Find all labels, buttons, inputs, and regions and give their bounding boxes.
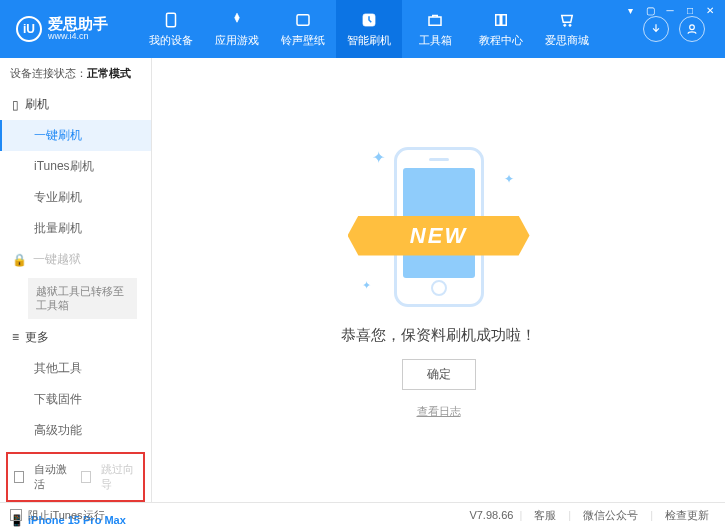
sidebar-label: 一键越狱 (33, 251, 81, 268)
logo-icon: iU (16, 16, 42, 42)
svg-rect-3 (429, 17, 441, 25)
sidebar-download-firmware[interactable]: 下载固件 (0, 384, 151, 415)
wechat-link[interactable]: 微信公众号 (577, 508, 644, 523)
skin-icon[interactable]: ▢ (641, 3, 659, 17)
new-ribbon: NEW (348, 216, 530, 256)
success-message: 恭喜您，保资料刷机成功啦！ (341, 326, 536, 345)
auto-activate-label: 自动激活 (34, 462, 70, 492)
view-log-link[interactable]: 查看日志 (417, 404, 461, 419)
sparkle-icon: ✦ (362, 279, 371, 292)
svg-point-4 (564, 24, 566, 26)
nav-label: 应用游戏 (215, 33, 259, 48)
device-status: 设备连接状态：正常模式 (0, 58, 151, 89)
nav-label: 教程中心 (479, 33, 523, 48)
toolbox-icon (425, 10, 445, 30)
block-itunes-checkbox[interactable] (10, 509, 22, 521)
sidebar-label: 刷机 (25, 96, 49, 113)
nav-toolbox[interactable]: 工具箱 (402, 0, 468, 58)
nav-tutorials[interactable]: 教程中心 (468, 0, 534, 58)
download-button[interactable] (643, 16, 669, 42)
ok-button[interactable]: 确定 (402, 359, 476, 390)
menu-icon[interactable]: ▾ (621, 3, 639, 17)
image-icon (293, 10, 313, 30)
block-itunes-label: 阻止iTunes运行 (28, 508, 105, 523)
sidebar-more-header[interactable]: ≡ 更多 (0, 322, 151, 353)
skip-guide-label: 跳过向导 (101, 462, 137, 492)
nav-store[interactable]: 爱思商城 (534, 0, 600, 58)
nav-label: 我的设备 (149, 33, 193, 48)
options-highlight-box: 自动激活 跳过向导 (6, 452, 145, 502)
apps-icon (227, 10, 247, 30)
book-icon (491, 10, 511, 30)
jailbreak-moved-note: 越狱工具已转移至工具箱 (28, 278, 137, 319)
skip-guide-checkbox (81, 471, 91, 483)
main-content: ✦ ✦ ✦ NEW 恭喜您，保资料刷机成功啦！ 确定 查看日志 (152, 58, 725, 502)
app-title: 爱思助手 (48, 16, 108, 33)
sidebar-advanced[interactable]: 高级功能 (0, 415, 151, 446)
version-label: V7.98.66 (469, 509, 513, 521)
sidebar: 设备连接状态：正常模式 ▯ 刷机 一键刷机 iTunes刷机 专业刷机 批量刷机… (0, 58, 152, 502)
logo: iU 爱思助手 www.i4.cn (8, 16, 138, 42)
phone-icon: ▯ (12, 98, 19, 112)
device-icon (161, 10, 181, 30)
nav-my-device[interactable]: 我的设备 (138, 0, 204, 58)
window-controls: ▾ ▢ ─ □ ✕ (621, 3, 719, 17)
minimize-button[interactable]: ─ (661, 3, 679, 17)
cart-icon (557, 10, 577, 30)
sidebar-other-tools[interactable]: 其他工具 (0, 353, 151, 384)
sidebar-jailbreak-header: 🔒 一键越狱 (0, 244, 151, 275)
svg-point-5 (569, 24, 571, 26)
sidebar-flash-header[interactable]: ▯ 刷机 (0, 89, 151, 120)
sidebar-itunes-flash[interactable]: iTunes刷机 (0, 151, 151, 182)
sidebar-one-key-flash[interactable]: 一键刷机 (0, 120, 151, 151)
check-update-link[interactable]: 检查更新 (659, 508, 715, 523)
nav-label: 爱思商城 (545, 33, 589, 48)
svg-point-6 (690, 25, 695, 30)
nav-ringtones[interactable]: 铃声壁纸 (270, 0, 336, 58)
user-button[interactable] (679, 16, 705, 42)
auto-activate-checkbox[interactable] (14, 471, 24, 483)
lock-icon: 🔒 (12, 253, 27, 267)
sidebar-batch-flash[interactable]: 批量刷机 (0, 213, 151, 244)
flash-icon (359, 10, 379, 30)
nav-label: 智能刷机 (347, 33, 391, 48)
app-header: iU 爱思助手 www.i4.cn 我的设备 应用游戏 铃声壁纸 智能刷机 工具… (0, 0, 725, 58)
sparkle-icon: ✦ (372, 148, 385, 167)
list-icon: ≡ (12, 330, 19, 344)
nav-label: 工具箱 (419, 33, 452, 48)
nav-flash[interactable]: 智能刷机 (336, 0, 402, 58)
sidebar-label: 更多 (25, 329, 49, 346)
nav-label: 铃声壁纸 (281, 33, 325, 48)
success-illustration: ✦ ✦ ✦ NEW (344, 142, 534, 312)
nav-apps[interactable]: 应用游戏 (204, 0, 270, 58)
sparkle-icon: ✦ (504, 172, 514, 186)
close-button[interactable]: ✕ (701, 3, 719, 17)
svg-rect-0 (167, 13, 176, 27)
svg-rect-1 (297, 15, 309, 26)
main-nav: 我的设备 应用游戏 铃声壁纸 智能刷机 工具箱 教程中心 爱思商城 (138, 0, 600, 58)
maximize-button[interactable]: □ (681, 3, 699, 17)
sidebar-pro-flash[interactable]: 专业刷机 (0, 182, 151, 213)
customer-service-link[interactable]: 客服 (528, 508, 562, 523)
app-subtitle: www.i4.cn (48, 32, 108, 42)
